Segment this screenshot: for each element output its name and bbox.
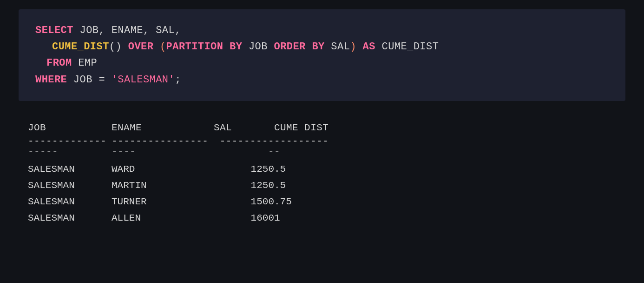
code-sal: SAL — [325, 41, 350, 53]
cell-sal: 1250 — [214, 177, 274, 194]
code-text-1: JOB, ENAME, SAL, — [73, 25, 181, 36]
keyword-by1: BY — [223, 41, 242, 53]
sep-job: ------------------ — [28, 135, 112, 161]
cell-cume-dist: .5 — [274, 161, 330, 177]
result-area: JOB ENAME SAL CUME_DIST ----------------… — [0, 115, 644, 240]
keyword-as: AS — [356, 41, 375, 53]
table-row: SALESMANTURNER1500.75 — [28, 194, 330, 210]
keyword-by2: BY — [306, 41, 325, 53]
keyword-partition: PARTITION — [166, 41, 223, 53]
header-ename: ENAME — [112, 120, 214, 135]
cell-ename: TURNER — [112, 194, 214, 210]
header-job: JOB — [28, 120, 112, 135]
cell-sal: 1500 — [214, 194, 274, 210]
code-line-1: SELECT JOB, ENAME, SAL, — [35, 22, 609, 39]
code-job: JOB — [242, 41, 274, 53]
code-alias: CUME_DIST — [375, 41, 439, 53]
keyword-select: SELECT — [35, 25, 73, 36]
cell-cume-dist: .5 — [274, 177, 330, 194]
paren-open: ( — [109, 41, 116, 53]
paren2-open: ( — [160, 41, 166, 53]
header-cume-dist: CUME_DIST — [274, 120, 330, 135]
keyword-over: OVER — [122, 41, 160, 53]
fn-cume-dist: CUME_DIST — [52, 41, 109, 53]
cell-job: SALESMAN — [28, 161, 112, 177]
cell-ename: ALLEN — [112, 210, 214, 226]
code-block: SELECT JOB, ENAME, SAL, CUME_DIST() OVER… — [19, 9, 625, 101]
keyword-where: WHERE — [35, 74, 67, 86]
cell-ename: MARTIN — [112, 177, 214, 194]
code-line-3: FROM EMP — [46, 55, 609, 71]
code-string-salesman: 'SALESMAN' — [112, 74, 175, 86]
cell-cume-dist: 1 — [274, 210, 330, 226]
table-row: SALESMANWARD1250.5 — [28, 161, 330, 177]
table-header-row: JOB ENAME SAL CUME_DIST — [28, 120, 330, 135]
table-row: SALESMANMARTIN1250.5 — [28, 177, 330, 194]
sep-sal: ---------- — [214, 135, 274, 161]
keyword-order: ORDER — [274, 41, 306, 53]
paren2-close: ) — [350, 41, 356, 53]
header-sal: SAL — [214, 120, 274, 135]
cell-cume-dist: .75 — [274, 194, 330, 210]
code-where-rest: JOB = — [67, 74, 112, 86]
code-semicolon: ; — [175, 74, 181, 86]
cell-ename: WARD — [112, 161, 214, 177]
sep-ename: -------------------- — [112, 135, 214, 161]
cell-job: SALESMAN — [28, 210, 112, 226]
cell-job: SALESMAN — [28, 177, 112, 194]
keyword-from: FROM — [46, 57, 72, 69]
separator-row: ------------------ -------------------- … — [28, 135, 330, 161]
code-line-4: WHERE JOB = 'SALESMAN'; — [35, 72, 609, 88]
sep-cume: ---------- — [274, 135, 330, 161]
cell-job: SALESMAN — [28, 194, 112, 210]
paren-close: ) — [115, 41, 122, 53]
table-row: SALESMANALLEN16001 — [28, 210, 330, 226]
code-from-rest: EMP — [72, 57, 98, 69]
cell-sal: 1600 — [214, 210, 274, 226]
code-line-2: CUME_DIST() OVER (PARTITION BY JOB ORDER… — [52, 39, 609, 55]
result-table: JOB ENAME SAL CUME_DIST ----------------… — [28, 120, 330, 226]
cell-sal: 1250 — [214, 161, 274, 177]
